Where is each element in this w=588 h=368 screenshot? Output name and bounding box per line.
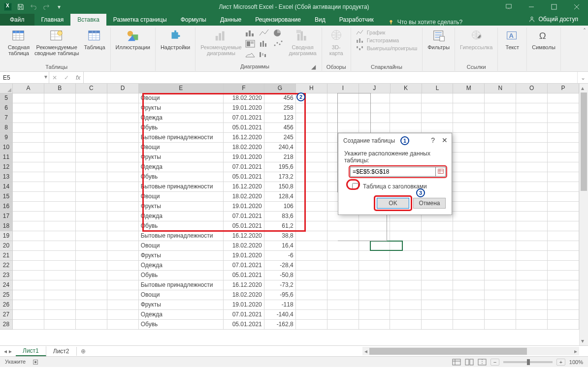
chart-stat-icon[interactable] (259, 39, 272, 50)
cell-A27[interactable] (13, 310, 44, 320)
new-sheet-button[interactable]: ⊕ (77, 348, 90, 355)
cell-G22[interactable]: -28,4 (264, 261, 296, 271)
col-header-E[interactable]: E (139, 84, 224, 93)
cell-N28[interactable] (485, 320, 516, 330)
cell-C19[interactable] (76, 231, 107, 241)
cell-P23[interactable] (548, 271, 579, 280)
cell-C17[interactable] (76, 212, 107, 221)
cell-G19[interactable]: 38,8 (264, 231, 296, 241)
sparkline-column-button[interactable]: Гистограмма (354, 36, 420, 44)
minimize-button[interactable] (520, 0, 543, 14)
cell-C10[interactable] (76, 143, 107, 153)
cell-P26[interactable] (548, 300, 579, 310)
macro-record-icon[interactable] (33, 359, 39, 366)
chart-column-icon[interactable] (245, 29, 259, 39)
zoom-slider[interactable] (503, 361, 553, 363)
row-header-11[interactable]: 11 (0, 153, 13, 162)
cell-N16[interactable] (485, 202, 516, 212)
cell-A13[interactable] (13, 172, 44, 182)
cell-G18[interactable]: 61,2 (264, 221, 296, 231)
cell-A14[interactable] (13, 182, 44, 192)
cell-G17[interactable]: 83,6 (264, 212, 296, 221)
cell-C25[interactable] (76, 290, 107, 300)
cell-D18[interactable] (107, 221, 139, 231)
cell-P22[interactable] (548, 261, 579, 271)
cell-H17[interactable] (296, 212, 327, 221)
cell-M16[interactable] (453, 202, 485, 212)
cell-P7[interactable] (548, 113, 579, 123)
cell-K28[interactable] (390, 320, 422, 330)
vertical-scrollbar[interactable]: ▴ ▾ (579, 84, 588, 345)
cell-M15[interactable] (453, 192, 485, 202)
cell-H25[interactable] (296, 290, 327, 300)
cell-D14[interactable] (107, 182, 139, 192)
cell-J22[interactable] (359, 261, 391, 271)
cell-C12[interactable] (76, 162, 107, 172)
scroll-left-icon[interactable]: ◂ (362, 348, 369, 355)
prev-sheet-icon[interactable]: ◂ (4, 348, 7, 355)
cell-O14[interactable] (516, 182, 548, 192)
cell-A17[interactable] (13, 212, 44, 221)
cell-M7[interactable] (453, 113, 485, 123)
cell-D15[interactable] (107, 192, 139, 202)
cell-P6[interactable] (548, 103, 579, 113)
scroll-right-icon[interactable]: ▸ (572, 348, 579, 355)
cell-B5[interactable] (44, 93, 76, 103)
select-all-button[interactable] (0, 84, 13, 93)
cell-J26[interactable] (359, 300, 391, 310)
col-header-B[interactable]: B (44, 84, 76, 93)
share-button[interactable]: Общий доступ (524, 14, 582, 25)
cell-P28[interactable] (548, 320, 579, 330)
cell-F23[interactable]: 05.01.2021 (224, 271, 264, 280)
cell-E13[interactable]: Обувь (139, 172, 224, 182)
3d-map-button[interactable]: 3D- карта (325, 28, 348, 57)
row-header-9[interactable]: 9 (0, 133, 13, 143)
cell-D11[interactable] (107, 153, 139, 162)
cell-O5[interactable] (516, 93, 548, 103)
cell-E17[interactable]: Одежда (139, 212, 224, 221)
cell-H20[interactable] (296, 241, 327, 251)
row-header-28[interactable]: 28 (0, 320, 13, 330)
cell-A10[interactable] (13, 143, 44, 153)
cell-M23[interactable] (453, 271, 485, 280)
cell-N15[interactable] (485, 192, 516, 202)
cell-H23[interactable] (296, 271, 327, 280)
cell-E23[interactable]: Обувь (139, 271, 224, 280)
cell-F19[interactable]: 16.12.2020 (224, 231, 264, 241)
cell-J27[interactable] (359, 310, 391, 320)
maximize-button[interactable] (543, 0, 565, 14)
filters-button[interactable]: Фильтры (425, 28, 452, 51)
cell-B8[interactable] (44, 123, 76, 133)
cell-B17[interactable] (44, 212, 76, 221)
cell-A9[interactable] (13, 133, 44, 143)
cell-P16[interactable] (548, 202, 579, 212)
fx-icon[interactable]: fх (76, 74, 80, 81)
cell-M25[interactable] (453, 290, 485, 300)
cell-A16[interactable] (13, 202, 44, 212)
cell-E9[interactable]: Бытовые принадлежности (139, 133, 224, 143)
row-header-5[interactable]: 5 (0, 93, 13, 103)
tab-insert[interactable]: Вставка (70, 14, 106, 26)
cell-D28[interactable] (107, 320, 139, 330)
cell-M20[interactable] (453, 241, 485, 251)
cell-N27[interactable] (485, 310, 516, 320)
cell-P9[interactable] (548, 133, 579, 143)
cell-K7[interactable] (390, 113, 422, 123)
cell-O7[interactable] (516, 113, 548, 123)
view-layout-icon[interactable] (465, 359, 474, 366)
row-header-10[interactable]: 10 (0, 143, 13, 153)
dialog-help-button[interactable]: ? (431, 136, 435, 144)
cell-K27[interactable] (390, 310, 422, 320)
cell-F11[interactable]: 19.01.2020 (224, 153, 264, 162)
zoom-out-button[interactable]: − (490, 359, 499, 366)
cell-A12[interactable] (13, 162, 44, 172)
cell-J20[interactable] (359, 241, 391, 251)
cell-B14[interactable] (44, 182, 76, 192)
cell-A6[interactable] (13, 103, 44, 113)
cell-G14[interactable]: 150,8 (264, 182, 296, 192)
tab-home[interactable]: Главная (34, 14, 71, 26)
cell-N24[interactable] (485, 280, 516, 290)
cell-N14[interactable] (485, 182, 516, 192)
cell-C27[interactable] (76, 310, 107, 320)
cell-O15[interactable] (516, 192, 548, 202)
